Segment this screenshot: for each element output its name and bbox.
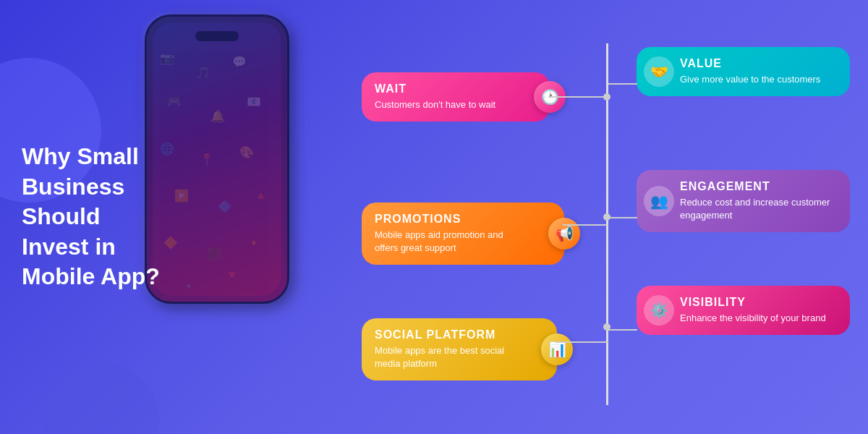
value-card: 🤝 VALUE Give more value to the customers — [637, 47, 850, 96]
engagement-h-connector — [608, 217, 637, 218]
social-icon: 📊 — [541, 333, 573, 365]
phone-notch — [195, 31, 239, 41]
promotions-title: PROMOTIONS — [375, 213, 528, 226]
wait-h-connector — [548, 96, 608, 98]
page-title: Why Small Business Should Invest in Mobi… — [22, 142, 166, 292]
promotions-card: PROMOTIONS Mobile apps aid promotion and… — [362, 203, 564, 265]
value-icon: 🤝 — [644, 56, 674, 87]
value-h-connector — [608, 83, 637, 85]
dot-promotions — [603, 213, 610, 221]
value-title: VALUE — [680, 57, 838, 70]
social-card: SOCIAL PLATFORM Mobile apps are the best… — [362, 318, 557, 380]
social-h-connector — [556, 341, 608, 343]
engagement-card: 👥 ENGAGEMENT Reduce cost and increase cu… — [637, 170, 850, 232]
promotions-h-connector — [563, 224, 608, 226]
visibility-card: ⚙️ VISIBILITY Enhance the visibility of … — [637, 286, 850, 335]
dot-social — [603, 323, 610, 331]
wait-title: WAIT — [375, 82, 514, 95]
visibility-title: VISIBILITY — [680, 296, 838, 309]
phone-mockup: 📷 🎵 💬 🎮 🔔 📧 🌐 📍 🎨 ▶️ 🔷 🔺 🔶 ⬛ 🔸 🔹 🔻 — [145, 14, 289, 304]
value-description: Give more value to the customers — [680, 73, 838, 86]
promotions-description: Mobile apps aid promotion and offers gre… — [375, 229, 528, 255]
wait-card: WAIT Customers don't have to wait 🕐 — [362, 72, 550, 122]
engagement-title: ENGAGEMENT — [680, 180, 838, 193]
engagement-icon: 👥 — [644, 186, 674, 216]
wait-description: Customers don't have to wait — [375, 98, 514, 111]
visibility-description: Enhance the visibility of your brand — [680, 312, 838, 325]
visibility-icon: ⚙️ — [644, 295, 674, 326]
bg-circle-bottom — [43, 362, 159, 434]
social-title: SOCIAL PLATFORM — [375, 328, 521, 341]
phone-icons: 📷 🎵 💬 🎮 🔔 📧 🌐 📍 🎨 ▶️ 🔷 🔺 🔶 ⬛ 🔸 🔹 🔻 — [153, 22, 281, 296]
engagement-description: Reduce cost and increase customer engage… — [680, 196, 838, 222]
visibility-h-connector — [608, 329, 637, 331]
dot-wait — [603, 93, 610, 101]
promotions-icon: 📢 — [548, 218, 580, 250]
social-description: Mobile apps are the best social media pl… — [375, 344, 521, 370]
